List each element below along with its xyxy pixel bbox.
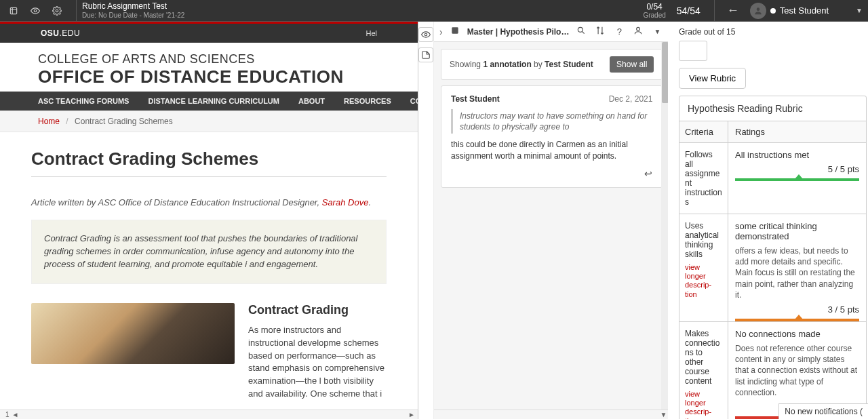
rubric-row: Follows all assignment instructions All …	[679, 143, 866, 214]
annotation-list: › Master | Hypothesis Pilo… ? ▼	[434, 22, 669, 419]
breadcrumb-home[interactable]: Home	[38, 117, 60, 126]
group-name[interactable]: Master | Hypothesis Pilo…	[467, 27, 570, 37]
view-rubric-button[interactable]: View Rubric	[679, 68, 746, 89]
new-note-icon[interactable]	[418, 47, 433, 62]
header-divider-2	[714, 0, 715, 22]
annotation-card[interactable]: Test Student Dec 2, 2021 Instructors may…	[441, 85, 663, 188]
page-left-icon[interactable]: ◄	[12, 411, 19, 418]
reply-icon[interactable]: ↩	[644, 168, 652, 179]
nav-item-resources[interactable]: RESOURCES	[344, 97, 391, 105]
collapse-chevron-icon[interactable]: ›	[439, 26, 443, 37]
site-header: COLLEGE OF ARTS AND SCIENCES OFFICE OF D…	[0, 43, 418, 92]
criterion-cell: Follows all assignment instructions	[679, 143, 728, 214]
criterion-cell: Uses analytical thinking skillsviewlonge…	[679, 214, 728, 321]
section-heading: Contract Grading	[248, 303, 387, 317]
rating-points: 5 / 5 pts	[735, 164, 859, 174]
gear-icon[interactable]	[49, 3, 65, 19]
annotation-quote: Instructors may want to have something o…	[451, 109, 652, 134]
speedgrader-header: Rubric Assignment Test Due: No Due Date …	[0, 0, 868, 22]
rating-name: All instructions met	[735, 150, 859, 160]
content-row: Contract Grading As more instructors and…	[31, 303, 387, 401]
rating-cell[interactable]: some critical thinking demonstrated offe…	[728, 214, 866, 321]
breadcrumb-current: Contract Grading Schemes	[75, 117, 173, 126]
svg-point-2	[56, 9, 58, 12]
assignment-due: Due: No Due Date - Master '21-22	[82, 12, 184, 19]
rating-name: some critical thinking demonstrated	[735, 221, 859, 241]
page-title: Contract Grading Schemes	[31, 148, 387, 169]
rating-bar	[735, 178, 859, 181]
eye-icon[interactable]	[27, 3, 43, 19]
byline: Article written by ASC Office of Distanc…	[31, 197, 387, 207]
title-rule	[31, 176, 387, 177]
student-name[interactable]: Test Student	[780, 5, 829, 16]
summary-text: Showing 1 annotation by Test Student	[450, 60, 593, 69]
rating-cell[interactable]: All instructions met 5 / 5 pts	[728, 143, 866, 214]
intro-box: Contract Grading is an assessment tool t…	[31, 220, 387, 284]
score-label: Graded	[643, 12, 665, 19]
rubric-box: Hypothesis Reading Rubric Criteria Ratin…	[679, 96, 867, 419]
view-longer-link[interactable]: viewlongerdescrip-tion	[685, 390, 722, 419]
rating-points: 3 / 5 pts	[735, 304, 859, 315]
grade-label: Grade out of 15	[679, 27, 868, 37]
rubric-col-ratings: Ratings	[728, 121, 866, 142]
content-frame: OSU.EDU Hel COLLEGE OF ARTS AND SCIENCES…	[0, 22, 418, 419]
notification-toast[interactable]: No new notifications (	[778, 403, 868, 419]
rating-description: offers a few ideas, but needs to add mor…	[735, 245, 859, 300]
rating-bar	[735, 319, 859, 321]
annotation-footer: ▼	[434, 410, 669, 419]
rubric-col-criteria: Criteria	[679, 121, 728, 142]
svg-rect-5	[452, 27, 458, 33]
osu-logo[interactable]: OSU.EDU	[41, 28, 80, 38]
student-avatar[interactable]	[750, 3, 766, 19]
help-icon[interactable]: ?	[612, 26, 626, 37]
rating-name: No connections made	[735, 329, 859, 339]
svg-point-6	[578, 27, 583, 32]
footer-caret-icon[interactable]: ▼	[660, 411, 667, 418]
nav-item-curriculum[interactable]: DISTANCE LEARNING CURRICULUM	[148, 97, 279, 105]
rubric-title: Hypothesis Reading Rubric	[679, 96, 866, 121]
criterion-cell: Makes connections to other course conten…	[679, 322, 728, 419]
nav-item-about[interactable]: ABOUT	[298, 97, 325, 105]
annotation-author: Test Student	[451, 94, 500, 104]
sort-icon[interactable]	[593, 26, 607, 37]
user-caret-icon[interactable]: ▼	[650, 28, 664, 35]
assignment-title[interactable]: Rubric Assignment Test	[82, 2, 184, 11]
svg-rect-0	[10, 7, 16, 14]
view-longer-link[interactable]: viewlongerdescrip-tion	[685, 263, 722, 299]
search-icon[interactable]	[574, 26, 588, 37]
svg-point-4	[425, 33, 427, 36]
section-body: As more instructors and instructional de…	[248, 324, 387, 401]
assignment-info: Rubric Assignment Test Due: No Due Date …	[82, 2, 184, 18]
svg-point-7	[637, 27, 640, 31]
page-content: Contract Grading Schemes Article written…	[0, 132, 418, 401]
svg-point-1	[34, 9, 37, 12]
gradebook-icon[interactable]	[5, 3, 22, 19]
rating-marker-icon	[795, 315, 803, 319]
user-icon[interactable]	[631, 26, 645, 37]
topbar-help-link[interactable]: Hel	[366, 29, 377, 37]
rubric-header-row: Criteria Ratings	[679, 121, 866, 143]
breadcrumb-sep: /	[66, 117, 68, 126]
annotation-sidebar	[418, 22, 434, 419]
author-link[interactable]: Sarah Dove	[322, 197, 369, 207]
nav-item-co[interactable]: CO	[410, 97, 418, 105]
annotation-date: Dec 2, 2021	[609, 94, 653, 104]
college-name: COLLEGE OF ARTS AND SCIENCES	[38, 52, 380, 66]
grade-input[interactable]	[679, 41, 707, 61]
student-dropdown-caret-icon[interactable]: ▼	[856, 7, 863, 14]
rubric-row: Uses analytical thinking skillsviewlonge…	[679, 214, 866, 322]
show-all-button[interactable]: Show all	[610, 56, 654, 73]
toggle-visibility-icon[interactable]	[418, 27, 433, 42]
page-right-icon[interactable]: ►	[408, 411, 415, 418]
page-number: 1	[5, 411, 9, 418]
nav-item-forums[interactable]: ASC TEACHING FORUMS	[38, 97, 129, 105]
frame-footer: 1 ◄ ►	[0, 410, 418, 419]
prev-student-arrow[interactable]: ←	[727, 3, 739, 18]
rating-description: Does not reference other course content …	[735, 343, 859, 398]
content-column: Contract Grading As more instructors and…	[248, 303, 387, 401]
annotation-summary: Showing 1 annotation by Test Student Sho…	[441, 49, 663, 80]
office-name[interactable]: OFFICE OF DISTANCE EDUCATION	[38, 68, 380, 86]
score-block: 0/54 Graded	[643, 2, 665, 19]
grading-panel: Grade out of 15 View Rubric Hypothesis R…	[668, 22, 868, 419]
score-value: 0/54	[643, 2, 665, 12]
